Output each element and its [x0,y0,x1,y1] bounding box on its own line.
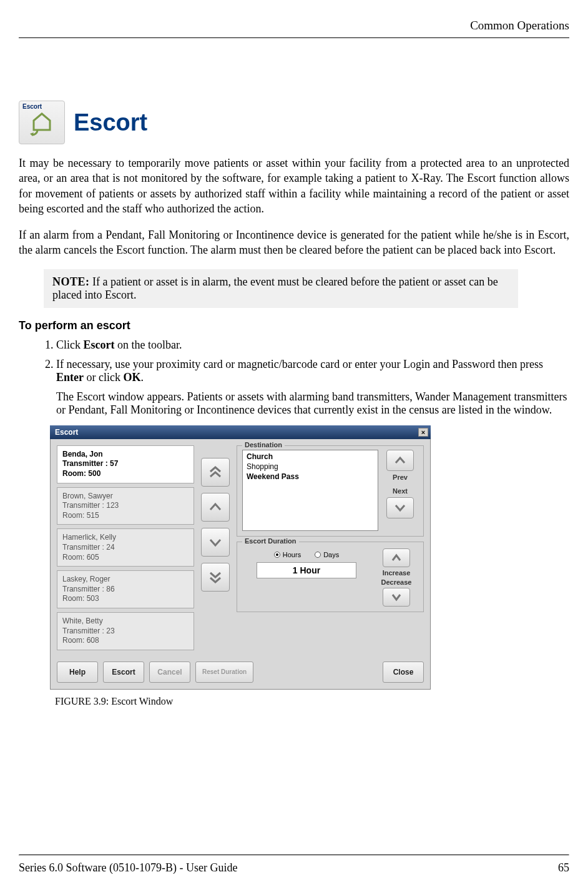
up-icon [391,552,402,563]
destination-legend: Destination [242,441,285,448]
patient-card[interactable]: Laskey, Roger Transmitter : 86 Room: 503 [57,570,194,608]
scroll-up-button[interactable] [201,493,230,522]
duration-legend: Escort Duration [242,537,299,545]
dialog-titlebar: Escort × [50,425,431,439]
duration-unit-radios: Hours Days [274,551,339,558]
increase-label: Increase [383,569,411,577]
note-box: NOTE: If a patient or asset is in alarm,… [44,269,518,308]
escort-dialog: Escort × Benda, Jon Transmitter : 57 Roo… [50,425,431,690]
task-heading: To perform an escort [19,319,569,332]
dialog-buttons: Help Escort Cancel Reset Duration Close [57,662,424,683]
decrease-button[interactable] [383,588,410,607]
dialog-main: Destination Church Shopping Weekend Pass… [237,445,424,650]
note-text: If a patient or asset is in alarm, the e… [52,275,498,301]
dest-next-button[interactable] [386,497,414,518]
destination-fieldset: Destination Church Shopping Weekend Pass… [237,445,424,537]
increase-button[interactable] [383,548,410,567]
steps-list: Click Escort on the toolbar. If necessar… [56,339,569,417]
step-1: Click Escort on the toolbar. [56,339,569,352]
patient-nav [198,445,233,650]
scroll-down-button[interactable] [201,528,230,557]
double-up-icon [207,464,223,480]
note-label: NOTE: [52,275,90,288]
down-icon [394,502,406,514]
running-header: Common Operations [19,19,569,32]
help-button[interactable]: Help [57,662,98,683]
radio-on-icon [274,552,280,558]
list-item[interactable]: Church [244,452,376,462]
figure-caption: FIGURE 3.9: Escort Window [55,696,569,707]
dialog-body: Benda, Jon Transmitter : 57 Room: 500 Br… [50,439,431,690]
prev-label: Prev [393,473,408,481]
page-number: 65 [558,861,569,875]
scroll-bottom-button[interactable] [201,563,230,592]
duration-value: 1 Hour [257,562,356,578]
patient-card[interactable]: Benda, Jon Transmitter : 57 Room: 500 [57,445,194,483]
list-item[interactable]: Shopping [244,462,376,472]
radio-off-icon [315,552,321,558]
section-title: Escort [74,109,147,136]
down-icon [391,592,402,603]
scroll-top-button[interactable] [201,458,230,487]
reset-duration-button[interactable]: Reset Duration [195,662,253,683]
dialog-title: Escort [55,428,78,437]
days-radio[interactable]: Days [315,551,339,558]
next-label: Next [393,487,408,495]
escort-icon-label: Escort [22,103,42,110]
step-2: If necessary, use your proximity card or… [56,358,569,417]
double-down-icon [207,569,223,585]
footer-left: Series 6.0 Software (0510-1079-B) - User… [19,861,237,875]
decrease-label: Decrease [381,578,412,586]
down-icon [207,534,223,550]
close-button[interactable]: Close [383,662,424,683]
escort-toolbar-icon: Escort [19,101,65,144]
duration-fieldset: Escort Duration Hours Days 1 Hour [237,542,424,612]
section-title-row: Escort Escort [19,101,569,144]
patient-list: Benda, Jon Transmitter : 57 Room: 500 Br… [57,445,194,650]
up-icon [207,499,223,515]
running-title: Common Operations [470,19,569,32]
list-item[interactable]: Weekend Pass [244,472,376,482]
destination-list[interactable]: Church Shopping Weekend Pass [242,450,378,531]
footer-rule [19,855,569,856]
up-icon [394,454,406,467]
close-icon[interactable]: × [418,428,428,437]
hours-radio[interactable]: Hours [274,551,301,558]
patient-card[interactable]: Hamerlick, Kelly Transmitter : 24 Room: … [57,528,194,567]
page-footer: Series 6.0 Software (0510-1079-B) - User… [19,861,569,875]
escort-button[interactable]: Escort [103,662,144,683]
house-arrow-icon [29,111,55,136]
cancel-button[interactable]: Cancel [149,662,190,683]
step-2-extra: The Escort window appears. Patients or a… [56,390,569,417]
intro-para-2: If an alarm from a Pendant, Fall Monitor… [19,227,569,258]
header-rule [19,37,569,38]
patient-card[interactable]: White, Betty Transmitter : 23 Room: 608 [57,612,194,650]
dest-prev-button[interactable] [386,450,414,471]
intro-para-1: It may be necessary to temporarily move … [19,156,569,216]
patient-card[interactable]: Brown, Sawyer Transmitter : 123 Room: 51… [57,487,194,525]
